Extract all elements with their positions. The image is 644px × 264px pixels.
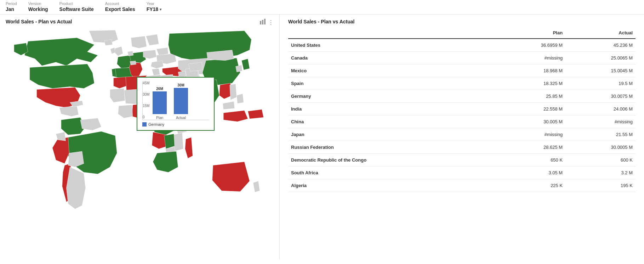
legend-color-box <box>142 122 147 127</box>
year-dropdown[interactable]: FY18 ▾ <box>147 6 161 12</box>
cell-plan: 225 K <box>495 179 565 192</box>
actual-bar-group: 30M Actual <box>174 83 188 120</box>
cell-plan: 18.968 M <box>495 64 565 77</box>
account-label: Account <box>105 1 135 6</box>
plan-bar-label: 26M <box>156 87 163 91</box>
table-header-row: Plan Actual <box>288 29 636 39</box>
table-body: United States36.6959 M45.236 MCanada#mis… <box>288 39 636 192</box>
year-label: Year <box>147 1 161 6</box>
cell-plan: 18.325 M <box>495 77 565 90</box>
legend-country-label: Germany <box>148 122 164 127</box>
table-row: Democratic Republic of the Congo650 K600… <box>288 154 636 167</box>
header-bar: Period Jan Version Working Product Softw… <box>0 0 644 15</box>
cell-actual: 3.2 M <box>565 167 636 179</box>
cell-country: Canada <box>288 52 495 64</box>
version-value: Working <box>28 6 48 12</box>
table-row: China30.005 M#missing <box>288 116 636 128</box>
table-row: Russian Federation28.625 M30.0005 M <box>288 141 636 154</box>
plan-bar <box>153 91 167 114</box>
year-value: FY18 <box>147 6 158 12</box>
y-label-30m: 30M <box>143 92 149 96</box>
cell-actual: 600 K <box>565 154 636 167</box>
map-toolbar: ⋮ <box>260 19 274 26</box>
cell-plan: 3.05 M <box>495 167 565 179</box>
more-options-icon[interactable]: ⋮ <box>268 19 274 26</box>
cell-actual: #missing <box>565 116 636 128</box>
col-plan-header: Plan <box>495 29 565 39</box>
period-label: Period <box>6 1 17 6</box>
col-country <box>288 29 495 39</box>
version-field: Version Working <box>28 1 48 12</box>
cell-plan: 650 K <box>495 154 565 167</box>
table-panel-title: World Sales - Plan vs Actual <box>288 19 636 24</box>
table-row: Canada#missing25.0065 M <box>288 52 636 64</box>
chart-icon[interactable] <box>260 19 266 26</box>
svg-rect-0 <box>260 21 261 24</box>
sales-table: Plan Actual United States36.6959 M45.236… <box>288 29 636 192</box>
table-row: Spain18.325 M19.5 M <box>288 77 636 90</box>
account-field: Account Export Sales <box>105 1 135 12</box>
cell-country: Algeria <box>288 179 495 192</box>
year-field[interactable]: Year FY18 ▾ <box>147 1 161 12</box>
plan-axis-label: Plan <box>156 116 163 120</box>
cell-actual: 21.55 M <box>565 128 636 141</box>
y-axis: 0 15M 30M 45M <box>143 81 149 120</box>
actual-axis-label: Actual <box>176 116 186 120</box>
cell-country: Mexico <box>288 64 495 77</box>
actual-bar <box>174 88 188 114</box>
cell-country: Japan <box>288 128 495 141</box>
cell-actual: 30.0075 M <box>565 90 636 103</box>
cell-actual: 15.0045 M <box>565 64 636 77</box>
cell-actual: 24.006 M <box>565 103 636 116</box>
table-row: India22.558 M24.006 M <box>288 103 636 116</box>
main-content: World Sales - Plan vs Actual ⋮ <box>0 15 644 259</box>
table-row: South Africa3.05 M3.2 M <box>288 167 636 179</box>
bar-chart: 0 15M 30M 45M 26M Plan 30M <box>142 81 209 120</box>
cell-country: Germany <box>288 90 495 103</box>
product-field: Product Software Suite <box>59 1 94 12</box>
period-value: Jan <box>6 6 17 12</box>
table-row: United States36.6959 M45.236 M <box>288 39 636 52</box>
cell-plan: 22.558 M <box>495 103 565 116</box>
y-label-15m: 15M <box>143 104 149 108</box>
cell-actual: 19.5 M <box>565 77 636 90</box>
cell-country: South Africa <box>288 167 495 179</box>
cell-plan: #missing <box>495 128 565 141</box>
cell-country: Russian Federation <box>288 141 495 154</box>
cell-country: United States <box>288 39 495 52</box>
cell-plan: 28.625 M <box>495 141 565 154</box>
y-label-45m: 45M <box>143 81 149 85</box>
account-value: Export Sales <box>105 6 135 12</box>
plan-bar-group: 26M Plan <box>153 87 167 120</box>
cell-plan: 25.85 M <box>495 90 565 103</box>
country-tooltip-chart: 0 15M 30M 45M 26M Plan 30M <box>137 77 215 131</box>
cell-actual: 195 K <box>565 179 636 192</box>
table-row: Algeria225 K195 K <box>288 179 636 192</box>
cell-plan: 30.005 M <box>495 116 565 128</box>
chart-legend: Germany <box>142 122 209 127</box>
table-row: Mexico18.968 M15.0045 M <box>288 64 636 77</box>
cell-plan: 36.6959 M <box>495 39 565 52</box>
world-map-container[interactable]: 0 15M 30M 45M 26M Plan 30M <box>6 27 274 251</box>
cell-actual: 30.0005 M <box>565 141 636 154</box>
cell-country: China <box>288 116 495 128</box>
y-label-0: 0 <box>143 115 149 119</box>
period-field: Period Jan <box>6 1 17 12</box>
product-label: Product <box>59 1 94 6</box>
table-row: Germany25.85 M30.0075 M <box>288 90 636 103</box>
chevron-down-icon: ▾ <box>160 7 161 11</box>
svg-rect-2 <box>264 19 266 24</box>
cell-plan: #missing <box>495 52 565 64</box>
cell-country: India <box>288 103 495 116</box>
version-label: Version <box>28 1 48 6</box>
table-row: Japan#missing21.55 M <box>288 128 636 141</box>
data-table-panel: World Sales - Plan vs Actual Plan Actual… <box>280 15 644 259</box>
product-value: Software Suite <box>59 6 94 12</box>
cell-actual: 45.236 M <box>565 39 636 52</box>
cell-actual: 25.0065 M <box>565 52 636 64</box>
cell-country: Democratic Republic of the Congo <box>288 154 495 167</box>
map-panel-title: World Sales - Plan vs Actual <box>6 19 274 24</box>
cell-country: Spain <box>288 77 495 90</box>
col-actual-header: Actual <box>565 29 636 39</box>
actual-bar-label: 30M <box>177 83 184 87</box>
